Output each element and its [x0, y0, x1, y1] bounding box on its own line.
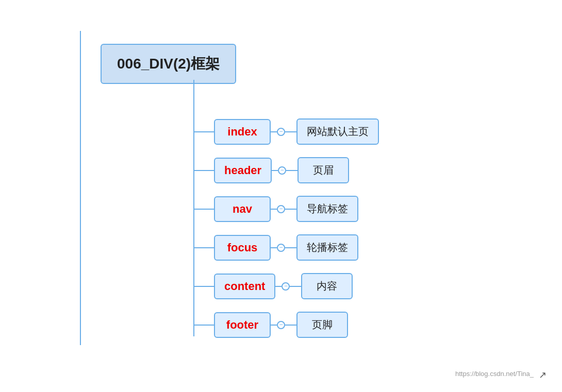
connector-right-line [290, 286, 301, 287]
arrow-icon: ↗ [539, 369, 547, 381]
connector-minus: − [279, 244, 283, 250]
connector-right-line [285, 247, 296, 248]
connector-left-line [272, 170, 278, 171]
connector-right-line [285, 209, 296, 210]
branch-horizontal-line [193, 170, 214, 171]
watermark-text: https://blog.csdn.net/Tina_ [455, 370, 534, 378]
connector-circle: − [282, 282, 290, 291]
branch-content: content − 内容 [193, 273, 353, 299]
branch-horizontal-line [193, 286, 214, 287]
keyword-node-header: header [214, 158, 272, 183]
keyword-node-nav: nav [214, 196, 271, 222]
connector-left-line [275, 286, 282, 287]
branch-horizontal-line [193, 325, 214, 326]
connector-minus: − [284, 283, 288, 289]
connector-minus: − [279, 128, 283, 134]
connector-right-line [285, 325, 296, 326]
connector-footer: − [271, 321, 296, 329]
connector-circle: − [277, 244, 285, 252]
branch-footer: footer − 页脚 [193, 312, 348, 338]
connector-header: − [272, 166, 297, 175]
root-node: 006_DIV(2)框架 [101, 44, 236, 84]
label-node-focus: 轮播标签 [296, 234, 358, 261]
label-node-header: 页眉 [297, 157, 349, 183]
left-deco-line [80, 31, 81, 345]
label-node-footer: 页脚 [296, 312, 348, 338]
keyword-node-content: content [214, 274, 275, 299]
connector-left-line [271, 131, 277, 132]
keyword-node-index: index [214, 119, 271, 145]
connector-left-line [271, 325, 277, 326]
label-node-index: 网站默认主页 [296, 118, 379, 145]
branch-horizontal-line [193, 131, 214, 132]
watermark: https://blog.csdn.net/Tina_ [455, 370, 534, 378]
connector-minus: − [279, 206, 283, 212]
connector-circle: − [277, 321, 285, 329]
connector-circle: − [277, 128, 285, 136]
branch-focus: focus − 轮播标签 [193, 234, 358, 261]
branch-horizontal-line [193, 247, 214, 248]
label-node-content: 内容 [301, 273, 353, 299]
connector-left-line [271, 209, 277, 210]
branch-index: index − 网站默认主页 [193, 118, 379, 145]
connector-right-line [286, 170, 297, 171]
connector-circle: − [278, 166, 286, 175]
connector-focus: − [271, 244, 296, 252]
keyword-node-focus: focus [214, 235, 271, 261]
canvas: 006_DIV(2)框架 index − 网站默认主页 header − [0, 0, 562, 392]
keyword-node-footer: footer [214, 312, 271, 338]
branch-nav: nav − 导航标签 [193, 196, 358, 222]
connector-nav: − [271, 205, 296, 213]
root-label: 006_DIV(2)框架 [117, 56, 220, 72]
connector-left-line [271, 247, 277, 248]
connector-circle: − [277, 205, 285, 213]
connector-minus: − [280, 167, 284, 173]
connector-minus: − [279, 321, 283, 328]
label-node-nav: 导航标签 [296, 196, 358, 222]
branch-header: header − 页眉 [193, 157, 349, 183]
connector-index: − [271, 128, 296, 136]
branch-horizontal-line [193, 209, 214, 210]
connector-right-line [285, 131, 296, 132]
connector-content: − [275, 282, 301, 291]
